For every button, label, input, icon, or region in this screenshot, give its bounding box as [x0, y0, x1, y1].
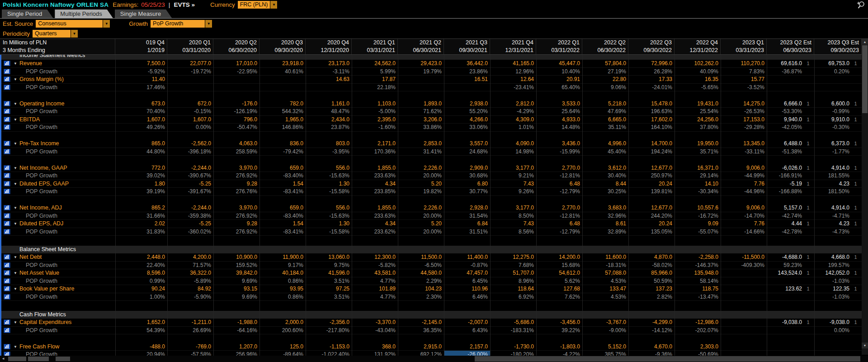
value-cell[interactable]: -2,356.0 [306, 319, 352, 326]
value-cell[interactable]: 8.56% [490, 228, 536, 236]
value-cell[interactable]: 20.00% [398, 212, 444, 220]
value-cell[interactable]: 97.25 [306, 285, 352, 293]
value-cell[interactable]: 9.21% [490, 172, 536, 180]
value-cell[interactable]: 164.10% [628, 124, 675, 131]
value-cell[interactable]: -83.40% [259, 212, 306, 220]
value-cell[interactable]: -1,988.0 [213, 319, 259, 326]
value-cell[interactable]: -488.0 [115, 343, 167, 351]
value-cell[interactable]: 110,270.0 [721, 60, 767, 67]
value-cell[interactable]: 4,914.0 [814, 204, 849, 212]
value-cell[interactable]: 244.20% [628, 212, 675, 220]
tab-single-measure[interactable]: Single Measure [115, 10, 172, 18]
value-cell[interactable]: 2,448.0 [115, 253, 167, 261]
value-cell[interactable]: -5.25 [167, 180, 213, 188]
metric-expander-icon[interactable]: ▼ [14, 60, 19, 67]
value-cell[interactable]: 199.57% [814, 262, 849, 269]
value-cell[interactable]: 30.77% [444, 188, 490, 195]
value-cell[interactable]: 1.30 [306, 180, 352, 188]
value-cell[interactable]: -12.81% [536, 212, 582, 220]
value-cell[interactable]: 33.86% [398, 124, 444, 131]
value-cell[interactable]: -19.72% [167, 68, 213, 76]
value-cell[interactable]: -5.89% [167, 277, 213, 285]
metric-expander-icon[interactable]: ▼ [14, 269, 19, 277]
value-cell[interactable]: -42.05% [767, 124, 802, 131]
value-cell[interactable]: 31.66% [115, 212, 167, 220]
bar-chart-icon[interactable] [4, 76, 10, 82]
value-cell[interactable]: 12.96% [490, 68, 536, 76]
metric-label[interactable]: ▼Net Asset Value [14, 269, 115, 277]
value-cell[interactable]: -5,686.0 [490, 319, 536, 326]
metric-expander-icon[interactable]: ▼ [14, 164, 19, 172]
value-cell[interactable]: 276.92% [213, 228, 259, 236]
value-cell[interactable]: 2,000.0 [259, 319, 306, 326]
value-cell[interactable]: 4,266.0 [444, 116, 490, 124]
value-cell[interactable]: 1,855.0 [352, 204, 398, 212]
value-cell[interactable]: -2,145.0 [398, 319, 444, 326]
value-cell[interactable]: -11,500.0 [721, 253, 767, 261]
value-cell[interactable]: 1,893.0 [398, 100, 444, 108]
value-cell[interactable]: 1,855.0 [352, 164, 398, 172]
value-cell[interactable]: 9.26% [490, 188, 536, 195]
value-cell[interactable]: 5,152.0 [582, 343, 628, 351]
value-cell[interactable]: 4.34 [352, 180, 398, 188]
value-cell[interactable]: 0.00% [814, 327, 849, 334]
value-cell[interactable]: -1,211.0 [167, 319, 213, 326]
value-cell[interactable]: 6.43% [444, 327, 490, 334]
value-cell[interactable]: -42.74% [767, 212, 802, 220]
metric-expander-icon[interactable]: ▼ [14, 343, 19, 351]
value-cell[interactable]: 43,581.0 [352, 269, 398, 277]
value-cell[interactable] [721, 327, 767, 334]
value-cell[interactable] [721, 277, 767, 285]
chevron-down-icon[interactable]: ▼ [270, 1, 277, 9]
value-cell[interactable]: -6,026.0 [767, 164, 802, 172]
value-cell[interactable]: 2.02 [115, 220, 167, 228]
value-cell[interactable]: 9,910.0 [814, 116, 849, 124]
value-cell[interactable]: 9,940.0 [767, 116, 802, 124]
value-cell[interactable]: 36.35% [398, 327, 444, 334]
value-cell[interactable]: 7.43 [490, 180, 536, 188]
value-cell[interactable]: -176.0 [213, 100, 259, 108]
value-cell[interactable]: 9.28 [213, 220, 259, 228]
value-cell[interactable]: -13.47% [675, 293, 721, 301]
evts-link[interactable]: EVTS » [174, 1, 195, 8]
value-cell[interactable]: 8.50% [490, 212, 536, 220]
value-cell[interactable]: 659.0 [259, 164, 306, 172]
value-cell[interactable]: 836.0 [259, 140, 306, 148]
value-cell[interactable] [444, 84, 490, 91]
value-cell[interactable] [398, 76, 444, 83]
value-cell[interactable]: -30.34% [675, 188, 721, 195]
value-cell[interactable]: -391.67% [167, 188, 213, 195]
value-cell[interactable]: 0.86% [259, 293, 306, 301]
value-cell[interactable]: 23.87% [306, 124, 352, 131]
value-cell[interactable]: 118.75 [675, 285, 721, 293]
value-cell[interactable]: 6,665.0 [582, 116, 628, 124]
value-cell[interactable]: 4.23 [814, 220, 849, 228]
value-cell[interactable]: 772.0 [115, 164, 167, 172]
value-cell[interactable]: 0.20% [814, 68, 849, 76]
value-cell[interactable]: -12.79% [536, 228, 582, 236]
value-cell[interactable]: 17.46% [115, 84, 167, 91]
value-cell[interactable]: 39.22% [536, 327, 582, 334]
value-cell[interactable]: 20.24 [628, 220, 675, 228]
value-cell[interactable]: 31.54% [444, 212, 490, 220]
value-cell[interactable]: 6.48 [536, 180, 582, 188]
value-cell[interactable]: 276.92% [213, 172, 259, 180]
value-cell[interactable]: 9,006.0 [721, 164, 767, 172]
value-cell[interactable]: 30.40% [582, 172, 628, 180]
value-cell[interactable]: -33.11% [721, 148, 767, 156]
value-cell[interactable]: -79.42% [259, 148, 306, 156]
chevron-down-icon[interactable]: ▼ [205, 20, 212, 28]
value-cell[interactable]: 5.20 [398, 220, 444, 228]
bar-chart-icon[interactable] [4, 254, 10, 260]
value-cell[interactable]: 1,607.0 [115, 116, 167, 124]
value-cell[interactable]: 782.0 [259, 100, 306, 108]
value-cell[interactable]: 71.62% [398, 108, 444, 115]
value-cell[interactable]: -3,456.0 [536, 319, 582, 326]
value-cell[interactable]: 6.46% [444, 293, 490, 301]
value-cell[interactable]: 5.62% [536, 277, 582, 285]
value-cell[interactable] [167, 76, 213, 83]
value-cell[interactable]: 12.64 [490, 76, 536, 83]
value-cell[interactable]: -1,730.0 [490, 343, 536, 351]
value-cell[interactable]: 93.95 [259, 285, 306, 293]
value-cell[interactable]: -15.99% [536, 148, 582, 156]
